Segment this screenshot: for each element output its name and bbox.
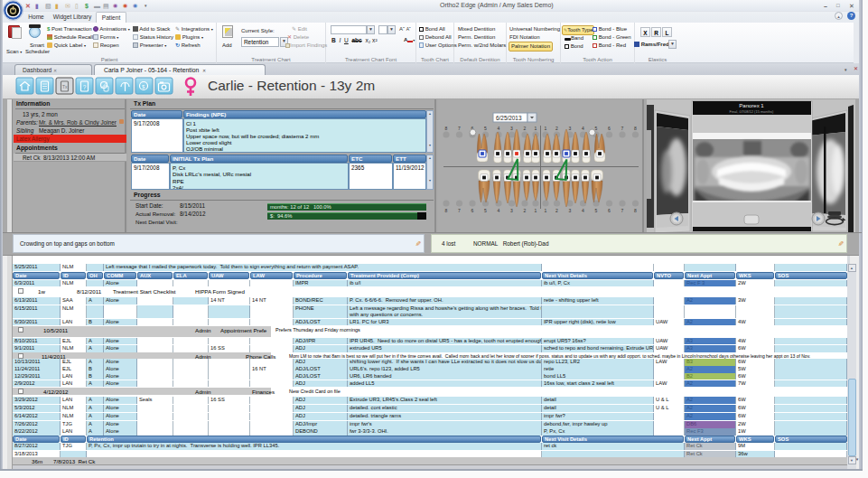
svg-text:8: 8 (634, 208, 637, 213)
svg-text:6: 6 (608, 126, 611, 131)
svg-text:1: 1 (535, 126, 537, 131)
svg-text:6: 6 (471, 208, 474, 213)
svg-text:2: 2 (555, 126, 558, 131)
svg-text:Tx: Tx (62, 84, 68, 89)
svg-text:3: 3 (510, 208, 513, 213)
svg-text:8: 8 (634, 126, 637, 131)
svg-text:5: 5 (484, 208, 487, 213)
svg-text:4: 4 (582, 208, 584, 213)
svg-text:?: ? (83, 84, 87, 90)
svg-text:Final, 07/08/12 (15 months): Final, 07/08/12 (15 months) (730, 109, 775, 114)
svg-text:4: 4 (498, 208, 500, 213)
svg-text:7: 7 (458, 126, 461, 131)
svg-text:6: 6 (608, 208, 611, 213)
svg-text:1: 1 (535, 208, 537, 213)
svg-text:Panorex 1: Panorex 1 (739, 103, 764, 108)
svg-text:3: 3 (510, 126, 513, 131)
svg-text:2: 2 (524, 126, 527, 131)
svg-text:1: 1 (545, 208, 547, 213)
svg-text:1: 1 (545, 126, 547, 131)
svg-text:6/25/2013: 6/25/2013 (496, 115, 522, 121)
svg-text:8: 8 (445, 208, 448, 213)
svg-text:4: 4 (582, 126, 584, 131)
svg-text:2: 2 (524, 208, 527, 213)
svg-text:3: 3 (569, 208, 572, 213)
svg-text:8: 8 (445, 126, 448, 131)
svg-text:5: 5 (484, 126, 487, 131)
svg-text:7: 7 (458, 208, 461, 213)
svg-text:7: 7 (621, 126, 624, 131)
svg-text:4: 4 (498, 126, 500, 131)
svg-text:3: 3 (569, 126, 572, 131)
svg-text:5: 5 (595, 126, 598, 131)
svg-text:2: 2 (555, 208, 558, 213)
svg-text:5: 5 (595, 208, 598, 213)
svg-text:7: 7 (621, 208, 624, 213)
